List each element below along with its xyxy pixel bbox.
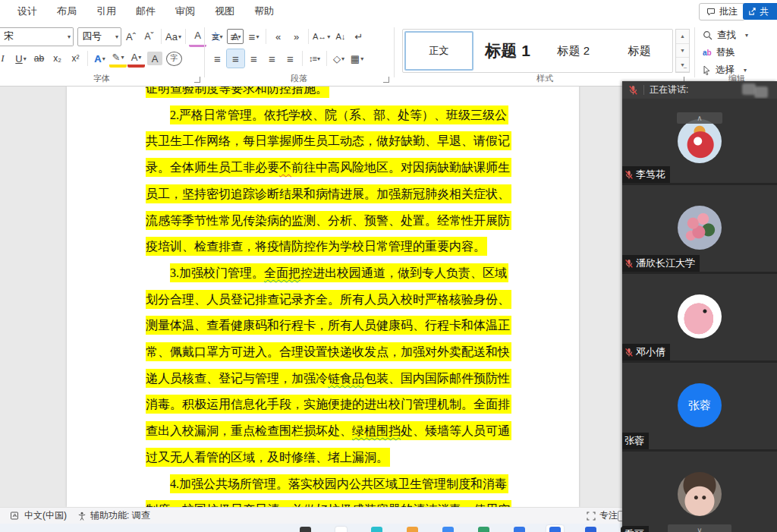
- styles-scroll-down-icon[interactable]: ▼: [676, 44, 689, 58]
- increase-indent-button[interactable]: [288, 27, 305, 46]
- borders-button[interactable]: [348, 49, 366, 68]
- mic-muted-icon: [628, 85, 638, 96]
- enclose-characters-button[interactable]: [166, 52, 182, 66]
- style-item-3[interactable]: 标题 2: [541, 44, 607, 58]
- menu-tab-4[interactable]: 邮件: [126, 0, 165, 23]
- ribbon-group-styles: 正文标题 1标题 2标题 ▲ ▼ ▼̲ 样式: [396, 23, 694, 86]
- menu-tab-6[interactable]: 视图: [205, 0, 244, 23]
- font-name-combo[interactable]: 宋▾: [0, 27, 74, 46]
- menu-tab-5[interactable]: 审阅: [165, 0, 205, 23]
- taskbar-app-icon-7[interactable]: [514, 527, 525, 532]
- italic-button[interactable]: [0, 49, 11, 68]
- speaking-indicator-label: 正在讲话:: [650, 83, 688, 96]
- ribbon-group-paragraph: 段落: [206, 23, 392, 86]
- meeting-panel-header[interactable]: 正在讲话:: [622, 81, 777, 99]
- separator: [161, 29, 162, 44]
- document-text[interactable]: 证明查验制度等要求和防控措施。2.严格日常管理。依托学校、院（系、部、处等）、班…: [146, 86, 510, 507]
- participants-scroll-up-button[interactable]: ∧: [677, 112, 722, 124]
- asian-layout-button[interactable]: [312, 27, 331, 46]
- styles-gallery-more-icon[interactable]: ▼̲: [676, 58, 689, 72]
- share-icon: [748, 8, 757, 16]
- styles-gallery-scrollbar[interactable]: ▲ ▼ ▼̲: [675, 29, 690, 73]
- shading-button[interactable]: [330, 49, 348, 68]
- text-segment: 递人员核查、登记与管理，加强冷: [146, 372, 328, 385]
- font-color-button[interactable]: [127, 49, 145, 68]
- document-line-14: 查出入校漏洞，重点检查围栏损坏处、绿植围挡处、矮墙等人员可通: [146, 418, 510, 445]
- text-segment: 4.加强公共场所管理。落实校园内公共区域卫生管理制度和消毒: [170, 477, 507, 490]
- decrease-indent-button[interactable]: [269, 27, 287, 46]
- document-page[interactable]: 证明查验制度等要求和防控措施。2.严格日常管理。依托学校、院（系、部、处等）、班…: [67, 86, 579, 507]
- menu-tab-3[interactable]: 引用: [87, 0, 126, 23]
- taskbar-app-icon-8[interactable]: [549, 527, 561, 532]
- paragraph-dialog-launcher-icon[interactable]: [383, 77, 389, 83]
- language-status[interactable]: 中文(中国): [11, 509, 67, 522]
- separator: [87, 51, 88, 66]
- participants-scroll-down-button[interactable]: ∨: [668, 524, 731, 532]
- style-item-4[interactable]: 标题: [606, 44, 672, 58]
- text-highlight-color-button[interactable]: [109, 49, 127, 68]
- text-segment: 证明查验制度等要求和防控措施。: [146, 86, 328, 95]
- taskbar-app-icon-6[interactable]: [478, 527, 489, 532]
- highlighted-text: 测量体温、查看健康码和行程卡，所有人员健康码、行程卡和体温正: [146, 316, 511, 335]
- superscript-button[interactable]: [67, 49, 84, 68]
- subscript-button[interactable]: [49, 49, 66, 68]
- taskbar-app-icon-4[interactable]: [407, 527, 418, 532]
- sort-button[interactable]: [332, 27, 349, 46]
- comments-button[interactable]: 批注: [699, 3, 745, 20]
- document-line-7: 疫培训、检查排查，将疫情防控作为学校日常管理的重要内容。: [146, 234, 510, 260]
- style-item-1[interactable]: 正文: [404, 31, 473, 71]
- character-shading-button[interactable]: [147, 52, 162, 65]
- distribute-button[interactable]: [282, 49, 299, 68]
- align-center-button[interactable]: [227, 49, 244, 68]
- participant-tile-李笃花: ∧李笃花: [622, 99, 777, 183]
- spellcheck-marked-text: 全面把: [264, 266, 300, 279]
- document-line-11: 常、佩戴口罩方可进入。合理设置快递收发点，加强对外卖配送和快: [146, 339, 510, 366]
- highlighted-text: 2.严格日常管理。依托学校、院（系、部、处等）、班级三级公: [170, 105, 508, 124]
- menu-tab-2[interactable]: 布局: [47, 0, 87, 23]
- taskbar-app-icon-9[interactable]: [585, 527, 596, 532]
- document-line-10: 测量体温、查看健康码和行程卡，所有人员健康码、行程卡和体温正: [146, 313, 510, 339]
- accessibility-status[interactable]: 辅助功能: 调查: [77, 509, 150, 522]
- style-item-2[interactable]: 标题 1: [475, 40, 541, 61]
- styles-scroll-up-icon[interactable]: ▲: [676, 30, 689, 44]
- avatar: [678, 206, 722, 250]
- align-left-button[interactable]: [209, 49, 226, 68]
- chevron-down-icon: ▾: [115, 33, 118, 40]
- share-button[interactable]: 共: [743, 3, 777, 20]
- separator: [643, 85, 644, 95]
- font-dialog-launcher-icon[interactable]: [194, 77, 200, 83]
- line-spacing-button[interactable]: [306, 49, 323, 68]
- taskbar-app-icon-3[interactable]: [371, 527, 382, 532]
- numbering-button[interactable]: [227, 27, 244, 46]
- strikethrough-button[interactable]: [30, 49, 48, 68]
- grow-font-button[interactable]: [122, 27, 140, 46]
- replace-button[interactable]: ab 替换: [703, 46, 735, 59]
- menu-tab-7[interactable]: 帮助: [244, 0, 284, 23]
- change-case-button[interactable]: [165, 27, 182, 46]
- shrink-font-button[interactable]: [140, 27, 158, 46]
- menu-tab-1[interactable]: 设计: [8, 0, 47, 23]
- font-size-combo[interactable]: 四号▾: [77, 27, 121, 46]
- language-input-icon: [11, 512, 20, 521]
- multilevel-list-button[interactable]: [245, 27, 263, 46]
- focus-mode-button[interactable]: 专注: [587, 509, 618, 522]
- bullets-button[interactable]: [209, 27, 226, 46]
- highlighted-text: 递人员核查、登记与管理，加强冷链食品包装、国内国际邮件预防性: [146, 369, 511, 388]
- taskbar-app-icon-2[interactable]: [335, 527, 347, 532]
- text-segment: 包装、国内国际邮件预防性: [364, 372, 510, 385]
- document-line-5: 员工，坚持密切追踪诊断结果和病情进展。加强新冠肺炎相关症状、: [146, 181, 510, 208]
- focus-frame-icon: [587, 512, 596, 521]
- underline-button[interactable]: [12, 49, 30, 68]
- find-button[interactable]: 查找 ▾: [703, 29, 748, 42]
- justify-button[interactable]: [263, 49, 281, 68]
- taskbar-app-icon-1[interactable]: [300, 527, 311, 532]
- document-line-9: 划分合理、人员登记排查记录齐全。所有人员入校时严格核验身份、: [146, 287, 510, 313]
- document-line-3: 共卫生工作网络，每日掌握师生员工动态，做好缺勤、早退、请假记: [146, 128, 510, 155]
- participant-tile-潘欣长江大学: 潘欣长江大学: [622, 183, 777, 272]
- show-marks-button[interactable]: [350, 27, 367, 46]
- align-right-button[interactable]: [245, 49, 263, 68]
- taskbar-app-icon-5[interactable]: [442, 527, 454, 532]
- text-segment: 疫培训、检查排查，将疫情防控作为学校日常管理的重要内容。: [146, 240, 486, 253]
- text-segment: 查出入校漏洞，重点检查围栏损坏处、: [146, 424, 352, 437]
- text-effects-button[interactable]: [91, 49, 109, 68]
